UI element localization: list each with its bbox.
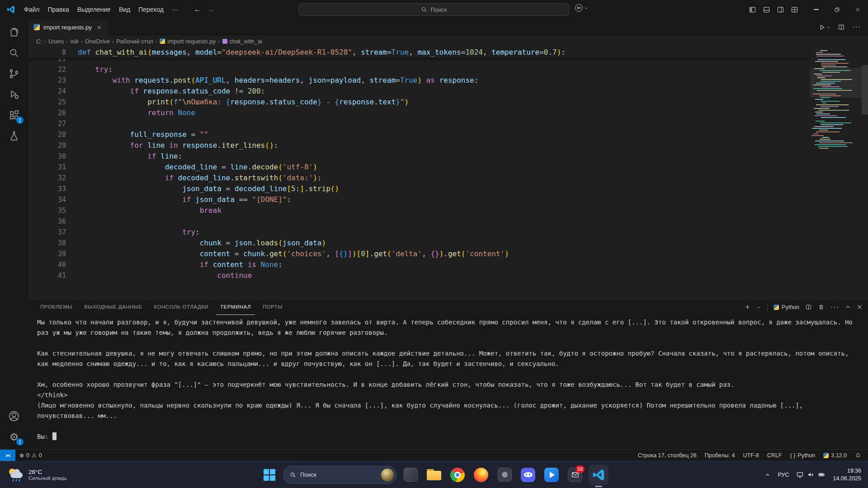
line-number: 23 bbox=[28, 75, 78, 86]
chrome-icon[interactable] bbox=[448, 465, 467, 485]
extensions-icon[interactable]: 1 bbox=[0, 105, 28, 126]
minimize-button[interactable] bbox=[806, 0, 826, 19]
code-line: 35 break bbox=[28, 205, 809, 216]
menu-overflow[interactable]: ··· bbox=[168, 4, 182, 15]
remote-indicator[interactable]: >< bbox=[0, 450, 15, 461]
sticky-scroll-line[interactable]: 8 def chat_with_ai(messages, model="deep… bbox=[28, 47, 809, 58]
panel-more-actions-icon[interactable]: ··· bbox=[830, 305, 839, 310]
breadcrumb-item[interactable]: Users bbox=[48, 38, 64, 45]
testing-icon[interactable] bbox=[0, 126, 28, 146]
activity-bar: 1 ⚙1 bbox=[0, 19, 28, 449]
editor-more-actions-icon[interactable]: ··· bbox=[852, 25, 861, 29]
volume-icon bbox=[807, 471, 815, 479]
discord-icon[interactable] bbox=[518, 465, 538, 485]
forward-button[interactable]: → bbox=[208, 5, 215, 14]
customize-layout-icon[interactable] bbox=[791, 6, 798, 14]
vscode-taskbar-icon[interactable] bbox=[589, 465, 609, 485]
panel-tab[interactable]: КОНСОЛЬ ОТЛАДКИ bbox=[150, 299, 213, 315]
line-number: 22 bbox=[28, 64, 78, 75]
menu-item[interactable]: Файл bbox=[20, 4, 43, 15]
breadcrumb-item[interactable]: isili bbox=[71, 38, 79, 45]
minimap[interactable] bbox=[811, 48, 861, 299]
breadcrumb-item[interactable]: chat_with_ai bbox=[222, 38, 262, 45]
breadcrumb-separator: › bbox=[66, 38, 68, 45]
taskbar-search[interactable]: Поиск bbox=[283, 466, 397, 484]
problems-status[interactable]: ⊗0 ⚠0 bbox=[15, 450, 46, 461]
file-explorer-icon[interactable] bbox=[424, 465, 444, 485]
terminal[interactable]: Мы только что начали разговор, и я, буду… bbox=[28, 315, 868, 449]
line-number: 34 bbox=[28, 194, 78, 205]
menu-item[interactable]: Правка bbox=[43, 4, 73, 15]
source-control-icon[interactable] bbox=[0, 63, 28, 84]
editor-scrollbar[interactable] bbox=[862, 65, 868, 115]
start-button[interactable] bbox=[259, 465, 279, 485]
toggle-sidebar-icon[interactable] bbox=[749, 6, 756, 14]
close-panel-icon[interactable] bbox=[857, 304, 863, 310]
terminal-line bbox=[37, 369, 859, 380]
breadcrumb-item[interactable]: Рабочий стол bbox=[116, 38, 153, 45]
kill-terminal-icon[interactable] bbox=[818, 304, 825, 310]
code-text: return None bbox=[78, 108, 195, 118]
encoding-status[interactable]: UTF-8 bbox=[739, 450, 763, 461]
breadcrumb-item[interactable]: OneDrive bbox=[85, 38, 110, 45]
search-sidebar-icon[interactable] bbox=[0, 42, 28, 63]
split-terminal-icon[interactable] bbox=[805, 304, 812, 310]
breadcrumb-label: Users bbox=[48, 38, 64, 45]
breadcrumb-separator: › bbox=[156, 38, 157, 45]
gray-app-icon[interactable] bbox=[401, 465, 420, 485]
terminal-instance[interactable]: Python bbox=[774, 304, 799, 310]
panel-tab[interactable]: ПОРТЫ bbox=[259, 299, 287, 315]
new-terminal-icon[interactable] bbox=[744, 304, 751, 310]
close-button[interactable] bbox=[847, 0, 868, 19]
menu-item[interactable]: Переход bbox=[134, 4, 168, 15]
explorer-icon[interactable] bbox=[0, 22, 28, 42]
account-icon[interactable] bbox=[0, 406, 28, 427]
panel-tab[interactable]: ВЫХОДНЫЕ ДАННЫЕ bbox=[80, 299, 146, 315]
panel-tab[interactable]: ТЕРМИНАЛ bbox=[216, 299, 255, 315]
cursor-position[interactable]: Строка 17, столбец 26 bbox=[634, 450, 701, 461]
search-icon bbox=[421, 6, 427, 13]
python-interpreter[interactable]: 3.12.0 bbox=[819, 450, 851, 461]
minimap-row bbox=[811, 147, 861, 149]
weather-widget[interactable]: 26°C Сильный дождь bbox=[5, 464, 71, 486]
menu-item[interactable]: Выделение bbox=[73, 4, 115, 15]
code-line: 33 json_data = decoded_line[5:].strip() bbox=[28, 183, 809, 194]
eol-status[interactable]: CRLF bbox=[763, 450, 786, 461]
dark-app-icon[interactable] bbox=[495, 465, 514, 485]
code-line: 36 bbox=[28, 216, 809, 227]
code-line: 32 if decoded_line.startswith('data:'): bbox=[28, 173, 809, 183]
tray-chevron-up[interactable] bbox=[762, 466, 774, 484]
system-tray-icons[interactable] bbox=[793, 466, 829, 484]
tab-close-icon[interactable]: × bbox=[95, 23, 103, 32]
python-icon bbox=[160, 38, 165, 44]
run-python-file-button[interactable] bbox=[819, 24, 830, 31]
settings-gear-icon[interactable]: ⚙1 bbox=[0, 427, 28, 447]
clock-widget[interactable]: 19:36 14.06.2025 bbox=[830, 466, 864, 484]
tab-import-requests[interactable]: import requests.py × bbox=[28, 19, 108, 35]
notifications-button[interactable] bbox=[851, 450, 865, 461]
panel-tab[interactable]: ПРОБЛЕМЫ bbox=[36, 299, 76, 315]
breadcrumb-item[interactable]: C: bbox=[36, 38, 42, 45]
restore-button[interactable] bbox=[826, 0, 847, 19]
language-label[interactable]: Python bbox=[797, 452, 815, 459]
toggle-secondary-sidebar-icon[interactable] bbox=[777, 6, 784, 14]
split-editor-icon[interactable] bbox=[838, 23, 845, 31]
back-button[interactable]: ← bbox=[194, 5, 201, 14]
toggle-panel-icon[interactable] bbox=[763, 6, 770, 14]
breadcrumb-item[interactable]: import requests.py bbox=[160, 38, 216, 45]
remote-icon: >< bbox=[5, 453, 10, 458]
code-editor[interactable]: 20 }2122 try:23 with requests.post(API_U… bbox=[28, 47, 868, 299]
mail-app-icon[interactable]: 58 bbox=[565, 465, 585, 485]
line-number: 41 bbox=[28, 270, 78, 281]
menu-item[interactable]: Вид bbox=[115, 4, 134, 15]
indentation-status[interactable]: Пробелы: 4 bbox=[701, 450, 739, 461]
run-debug-icon[interactable] bbox=[0, 84, 28, 105]
media-app-icon[interactable] bbox=[542, 465, 561, 485]
language-indicator[interactable]: РУС bbox=[774, 466, 792, 484]
vscode-window: ФайлПравкаВыделениеВидПереход ··· ← → По… bbox=[0, 0, 868, 488]
search-box[interactable]: Поиск bbox=[298, 3, 570, 16]
firefox-icon[interactable] bbox=[471, 465, 491, 485]
maximize-panel-icon[interactable] bbox=[845, 304, 851, 310]
copilot-button[interactable] bbox=[575, 4, 589, 12]
terminal-profile-chevron-icon[interactable] bbox=[757, 305, 761, 310]
